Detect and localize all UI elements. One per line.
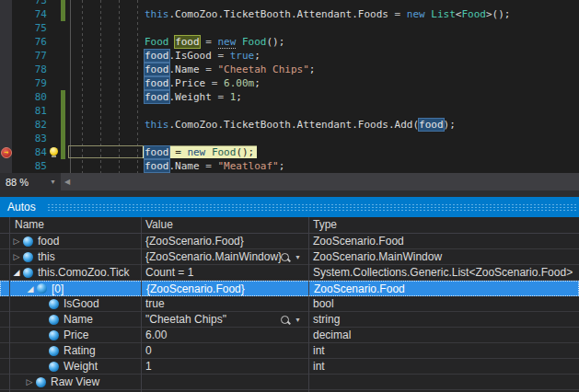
autos-row[interactable]: Weight1int xyxy=(0,359,579,375)
variable-value: 1 xyxy=(145,360,152,373)
name-cell[interactable]: ▷this xyxy=(0,249,152,264)
value-cell[interactable]: Count = 1 xyxy=(141,265,308,280)
autos-row[interactable]: ◢[0]{ZooScenario.Food}ZooScenario.Food xyxy=(0,281,579,296)
code-line-73[interactable]: 73 xyxy=(0,0,579,7)
expand-icon[interactable]: ▷ xyxy=(24,377,35,386)
value-cell[interactable]: 6.00 xyxy=(141,328,308,342)
symbol-definition-highlight: food xyxy=(175,36,200,48)
change-bar xyxy=(61,0,65,7)
name-cell[interactable]: ◢this.ComoZoo.Tick xyxy=(0,265,152,280)
variable-icon xyxy=(23,236,33,247)
code-line-74[interactable]: 74this.ComoZoo.TicketBooth.Attendant.Foo… xyxy=(0,7,579,21)
value-cell[interactable]: "Cheetah Chips"▼ xyxy=(141,312,308,327)
variable-name: Rating xyxy=(64,344,96,357)
code-line-84[interactable]: 84→food = new Food(); xyxy=(0,145,579,159)
magnifier-dropdown-icon[interactable]: ▼ xyxy=(295,317,301,323)
value-cell[interactable]: true xyxy=(141,296,308,311)
code-line-80[interactable]: 80food.Weight = 1; xyxy=(0,90,579,104)
variable-name: IsGood xyxy=(64,297,99,310)
autos-row[interactable]: ◢this.ComoZoo.TickCount = 1System.Collec… xyxy=(0,265,579,281)
autos-row[interactable]: ▷food{ZooScenario.Food}ZooScenario.Food xyxy=(0,234,579,249)
value-cell[interactable]: 0 xyxy=(141,343,308,358)
type-cell: System.Collections.Generic.List<ZooScena… xyxy=(308,265,579,280)
value-cell[interactable]: {ZooScenario.Food} xyxy=(142,282,309,295)
value-visualizer[interactable]: ▼ xyxy=(281,249,301,264)
autos-row[interactable]: Rating0int xyxy=(0,343,579,359)
code-lines: 7374this.ComoZoo.TicketBooth.Attendant.F… xyxy=(0,0,579,173)
value-cell[interactable] xyxy=(141,375,308,389)
variable-icon xyxy=(23,268,33,278)
magnifier-icon[interactable] xyxy=(281,316,289,324)
variable-name: food xyxy=(38,235,59,248)
code-editor[interactable]: 7374this.ComoZoo.TicketBooth.Attendant.F… xyxy=(0,0,579,173)
code-line-85[interactable]: 85food.Name = "Meatloaf"; xyxy=(0,159,579,173)
horizontal-scrollbar[interactable]: ◀ xyxy=(61,173,579,190)
autos-row[interactable]: IsGoodtruebool xyxy=(0,296,579,312)
autos-row[interactable]: Name"Cheetah Chips"▼string xyxy=(0,312,579,328)
code-line-82[interactable]: 82this.ComoZoo.TicketBooth.Attendant.Foo… xyxy=(0,118,579,132)
variable-value: {ZooScenario.Food} xyxy=(145,235,244,248)
variable-name: [0] xyxy=(52,282,64,295)
column-header-name[interactable]: Name xyxy=(15,218,44,231)
variable-value: {ZooScenario.Food} xyxy=(146,282,245,295)
code-line-81[interactable]: 81 xyxy=(0,104,579,118)
name-cell[interactable]: ▷food xyxy=(0,234,152,248)
breakpoint-current-icon[interactable]: → xyxy=(1,147,12,158)
symbol-reference-highlight: food xyxy=(145,77,169,89)
type-cell xyxy=(308,375,579,389)
value-visualizer[interactable]: ▼ xyxy=(281,312,301,327)
line-number: 82 xyxy=(12,118,47,132)
line-number: 77 xyxy=(12,49,47,63)
variable-type: bool xyxy=(313,297,334,310)
magnifier-icon[interactable] xyxy=(281,253,289,261)
symbol-reference-highlight: food xyxy=(145,50,169,62)
variable-name: Name xyxy=(64,313,93,326)
code-text: food = new Food(); xyxy=(145,145,254,159)
code-line-78[interactable]: 78food.Name = "Cheetah Chips"; xyxy=(0,63,579,76)
expand-icon[interactable]: ▷ xyxy=(11,236,22,246)
variable-icon xyxy=(37,283,47,294)
code-line-79[interactable]: 79food.Price = 6.00m; xyxy=(0,76,579,90)
line-number: 74 xyxy=(12,7,47,21)
code-text: Food food = new Food(); xyxy=(145,35,284,49)
code-line-76[interactable]: 76Food food = new Food(); xyxy=(0,35,579,49)
variable-icon xyxy=(49,362,59,372)
editor-zoom-combo[interactable]: 88 % ▼ xyxy=(0,173,61,190)
line-number: 75 xyxy=(12,21,47,35)
vs-debug-screen: 7374this.ComoZoo.TicketBooth.Attendant.F… xyxy=(0,0,579,392)
symbol-reference-highlight: food xyxy=(145,63,169,75)
line-number: 83 xyxy=(12,132,47,145)
code-line-75[interactable]: 75 xyxy=(0,21,579,35)
value-cell[interactable]: 1 xyxy=(141,359,308,374)
variable-icon xyxy=(49,330,59,340)
autos-row[interactable]: ▷this{ZooScenario.MainWindow}▼ZooScenari… xyxy=(0,249,579,265)
collapse-icon[interactable]: ◢ xyxy=(25,284,36,294)
scroll-left-arrow-icon[interactable]: ◀ xyxy=(61,178,70,186)
dropdown-caret-icon[interactable]: ▼ xyxy=(50,179,56,185)
variable-icon xyxy=(49,346,59,356)
value-cell[interactable]: {ZooScenario.MainWindow}▼ xyxy=(141,249,308,264)
autos-row[interactable]: Price6.00decimal xyxy=(0,328,579,343)
variable-value: true xyxy=(145,297,165,310)
symbol-reference-highlight: food xyxy=(145,91,169,103)
column-header-value[interactable]: Value xyxy=(145,218,173,231)
collapse-icon[interactable]: ◢ xyxy=(11,268,22,277)
line-number: 79 xyxy=(12,76,47,90)
variable-type: System.Collections.Generic.List<ZooScena… xyxy=(313,266,573,279)
autos-rows: ▷food{ZooScenario.Food}ZooScenario.Food▷… xyxy=(0,234,579,390)
expand-icon[interactable]: ▷ xyxy=(11,252,22,261)
change-bar xyxy=(61,118,65,132)
autos-titlebar[interactable]: Autos xyxy=(0,197,579,217)
value-cell[interactable]: {ZooScenario.Food} xyxy=(141,234,308,248)
variable-name: Raw View xyxy=(51,375,99,388)
code-line-77[interactable]: 77food.IsGood = true; xyxy=(0,49,579,63)
type-cell: string xyxy=(308,312,579,327)
code-line-83[interactable]: 83 xyxy=(0,132,579,145)
column-header-type[interactable]: Type xyxy=(313,218,337,231)
autos-row[interactable]: ▷Raw View xyxy=(0,375,579,390)
line-number: 76 xyxy=(12,35,47,49)
magnifier-dropdown-icon[interactable]: ▼ xyxy=(295,254,301,260)
lightbulb-icon[interactable] xyxy=(50,147,58,156)
autos-panel: Autos Name Value Type ▷food{ZooScenario.… xyxy=(0,197,579,392)
titlebar-grip[interactable] xyxy=(47,203,577,212)
